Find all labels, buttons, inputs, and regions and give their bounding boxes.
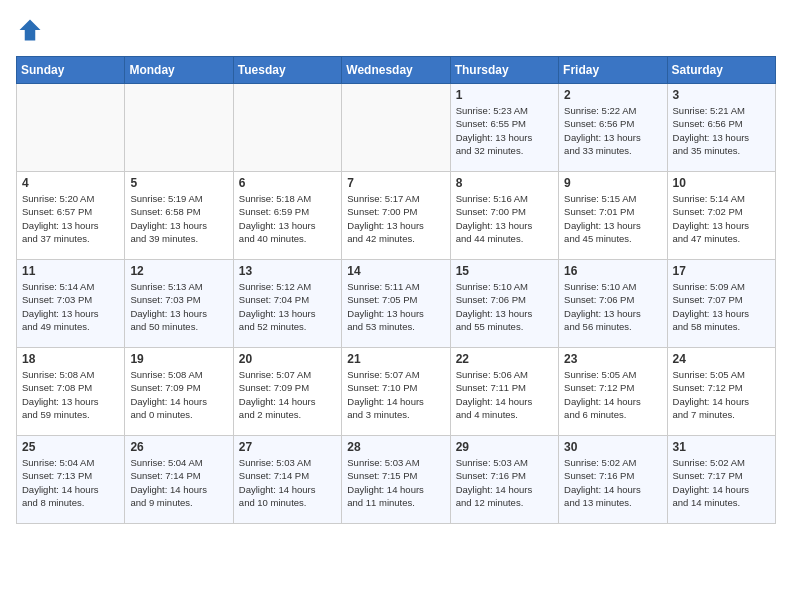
calendar-table: SundayMondayTuesdayWednesdayThursdayFrid… bbox=[16, 56, 776, 524]
calendar-cell: 10Sunrise: 5:14 AM Sunset: 7:02 PM Dayli… bbox=[667, 172, 775, 260]
calendar-cell bbox=[17, 84, 125, 172]
day-info: Sunrise: 5:08 AM Sunset: 7:08 PM Dayligh… bbox=[22, 368, 119, 421]
calendar-week-1: 1Sunrise: 5:23 AM Sunset: 6:55 PM Daylig… bbox=[17, 84, 776, 172]
day-info: Sunrise: 5:07 AM Sunset: 7:09 PM Dayligh… bbox=[239, 368, 336, 421]
day-info: Sunrise: 5:07 AM Sunset: 7:10 PM Dayligh… bbox=[347, 368, 444, 421]
day-info: Sunrise: 5:22 AM Sunset: 6:56 PM Dayligh… bbox=[564, 104, 661, 157]
day-number: 24 bbox=[673, 352, 770, 366]
day-info: Sunrise: 5:10 AM Sunset: 7:06 PM Dayligh… bbox=[564, 280, 661, 333]
day-number: 25 bbox=[22, 440, 119, 454]
calendar-week-2: 4Sunrise: 5:20 AM Sunset: 6:57 PM Daylig… bbox=[17, 172, 776, 260]
day-number: 6 bbox=[239, 176, 336, 190]
calendar-cell: 15Sunrise: 5:10 AM Sunset: 7:06 PM Dayli… bbox=[450, 260, 558, 348]
day-info: Sunrise: 5:19 AM Sunset: 6:58 PM Dayligh… bbox=[130, 192, 227, 245]
calendar-cell: 2Sunrise: 5:22 AM Sunset: 6:56 PM Daylig… bbox=[559, 84, 667, 172]
calendar-cell: 29Sunrise: 5:03 AM Sunset: 7:16 PM Dayli… bbox=[450, 436, 558, 524]
day-info: Sunrise: 5:02 AM Sunset: 7:16 PM Dayligh… bbox=[564, 456, 661, 509]
header-saturday: Saturday bbox=[667, 57, 775, 84]
day-number: 7 bbox=[347, 176, 444, 190]
calendar-cell: 23Sunrise: 5:05 AM Sunset: 7:12 PM Dayli… bbox=[559, 348, 667, 436]
svg-marker-0 bbox=[20, 20, 41, 41]
header-thursday: Thursday bbox=[450, 57, 558, 84]
calendar-header-row: SundayMondayTuesdayWednesdayThursdayFrid… bbox=[17, 57, 776, 84]
calendar-cell bbox=[342, 84, 450, 172]
day-number: 21 bbox=[347, 352, 444, 366]
calendar-cell: 17Sunrise: 5:09 AM Sunset: 7:07 PM Dayli… bbox=[667, 260, 775, 348]
day-number: 31 bbox=[673, 440, 770, 454]
day-info: Sunrise: 5:03 AM Sunset: 7:14 PM Dayligh… bbox=[239, 456, 336, 509]
day-info: Sunrise: 5:04 AM Sunset: 7:14 PM Dayligh… bbox=[130, 456, 227, 509]
calendar-cell: 19Sunrise: 5:08 AM Sunset: 7:09 PM Dayli… bbox=[125, 348, 233, 436]
day-info: Sunrise: 5:02 AM Sunset: 7:17 PM Dayligh… bbox=[673, 456, 770, 509]
day-info: Sunrise: 5:18 AM Sunset: 6:59 PM Dayligh… bbox=[239, 192, 336, 245]
logo bbox=[16, 16, 48, 44]
day-info: Sunrise: 5:23 AM Sunset: 6:55 PM Dayligh… bbox=[456, 104, 553, 157]
calendar-cell: 16Sunrise: 5:10 AM Sunset: 7:06 PM Dayli… bbox=[559, 260, 667, 348]
day-info: Sunrise: 5:03 AM Sunset: 7:15 PM Dayligh… bbox=[347, 456, 444, 509]
day-number: 5 bbox=[130, 176, 227, 190]
day-info: Sunrise: 5:03 AM Sunset: 7:16 PM Dayligh… bbox=[456, 456, 553, 509]
calendar-cell: 20Sunrise: 5:07 AM Sunset: 7:09 PM Dayli… bbox=[233, 348, 341, 436]
day-number: 8 bbox=[456, 176, 553, 190]
day-number: 9 bbox=[564, 176, 661, 190]
day-number: 23 bbox=[564, 352, 661, 366]
day-number: 15 bbox=[456, 264, 553, 278]
day-info: Sunrise: 5:10 AM Sunset: 7:06 PM Dayligh… bbox=[456, 280, 553, 333]
day-info: Sunrise: 5:13 AM Sunset: 7:03 PM Dayligh… bbox=[130, 280, 227, 333]
calendar-cell bbox=[233, 84, 341, 172]
day-info: Sunrise: 5:08 AM Sunset: 7:09 PM Dayligh… bbox=[130, 368, 227, 421]
calendar-cell: 11Sunrise: 5:14 AM Sunset: 7:03 PM Dayli… bbox=[17, 260, 125, 348]
header-sunday: Sunday bbox=[17, 57, 125, 84]
day-info: Sunrise: 5:06 AM Sunset: 7:11 PM Dayligh… bbox=[456, 368, 553, 421]
day-number: 4 bbox=[22, 176, 119, 190]
calendar-cell: 5Sunrise: 5:19 AM Sunset: 6:58 PM Daylig… bbox=[125, 172, 233, 260]
header-tuesday: Tuesday bbox=[233, 57, 341, 84]
calendar-week-5: 25Sunrise: 5:04 AM Sunset: 7:13 PM Dayli… bbox=[17, 436, 776, 524]
day-number: 11 bbox=[22, 264, 119, 278]
day-info: Sunrise: 5:09 AM Sunset: 7:07 PM Dayligh… bbox=[673, 280, 770, 333]
page-header bbox=[16, 16, 776, 44]
calendar-cell: 3Sunrise: 5:21 AM Sunset: 6:56 PM Daylig… bbox=[667, 84, 775, 172]
day-number: 13 bbox=[239, 264, 336, 278]
header-monday: Monday bbox=[125, 57, 233, 84]
calendar-cell: 14Sunrise: 5:11 AM Sunset: 7:05 PM Dayli… bbox=[342, 260, 450, 348]
calendar-cell: 26Sunrise: 5:04 AM Sunset: 7:14 PM Dayli… bbox=[125, 436, 233, 524]
day-info: Sunrise: 5:15 AM Sunset: 7:01 PM Dayligh… bbox=[564, 192, 661, 245]
logo-icon bbox=[16, 16, 44, 44]
day-info: Sunrise: 5:16 AM Sunset: 7:00 PM Dayligh… bbox=[456, 192, 553, 245]
day-number: 12 bbox=[130, 264, 227, 278]
day-number: 20 bbox=[239, 352, 336, 366]
calendar-cell: 25Sunrise: 5:04 AM Sunset: 7:13 PM Dayli… bbox=[17, 436, 125, 524]
calendar-cell: 12Sunrise: 5:13 AM Sunset: 7:03 PM Dayli… bbox=[125, 260, 233, 348]
day-number: 28 bbox=[347, 440, 444, 454]
day-number: 10 bbox=[673, 176, 770, 190]
day-info: Sunrise: 5:14 AM Sunset: 7:03 PM Dayligh… bbox=[22, 280, 119, 333]
day-number: 19 bbox=[130, 352, 227, 366]
header-friday: Friday bbox=[559, 57, 667, 84]
day-number: 18 bbox=[22, 352, 119, 366]
day-info: Sunrise: 5:21 AM Sunset: 6:56 PM Dayligh… bbox=[673, 104, 770, 157]
calendar-cell: 30Sunrise: 5:02 AM Sunset: 7:16 PM Dayli… bbox=[559, 436, 667, 524]
calendar-cell: 27Sunrise: 5:03 AM Sunset: 7:14 PM Dayli… bbox=[233, 436, 341, 524]
day-info: Sunrise: 5:14 AM Sunset: 7:02 PM Dayligh… bbox=[673, 192, 770, 245]
calendar-cell: 4Sunrise: 5:20 AM Sunset: 6:57 PM Daylig… bbox=[17, 172, 125, 260]
day-info: Sunrise: 5:05 AM Sunset: 7:12 PM Dayligh… bbox=[673, 368, 770, 421]
calendar-cell: 31Sunrise: 5:02 AM Sunset: 7:17 PM Dayli… bbox=[667, 436, 775, 524]
day-number: 27 bbox=[239, 440, 336, 454]
day-number: 2 bbox=[564, 88, 661, 102]
day-info: Sunrise: 5:04 AM Sunset: 7:13 PM Dayligh… bbox=[22, 456, 119, 509]
calendar-cell: 7Sunrise: 5:17 AM Sunset: 7:00 PM Daylig… bbox=[342, 172, 450, 260]
calendar-cell: 22Sunrise: 5:06 AM Sunset: 7:11 PM Dayli… bbox=[450, 348, 558, 436]
calendar-cell: 21Sunrise: 5:07 AM Sunset: 7:10 PM Dayli… bbox=[342, 348, 450, 436]
calendar-cell bbox=[125, 84, 233, 172]
calendar-cell: 8Sunrise: 5:16 AM Sunset: 7:00 PM Daylig… bbox=[450, 172, 558, 260]
day-info: Sunrise: 5:20 AM Sunset: 6:57 PM Dayligh… bbox=[22, 192, 119, 245]
calendar-cell: 13Sunrise: 5:12 AM Sunset: 7:04 PM Dayli… bbox=[233, 260, 341, 348]
day-number: 30 bbox=[564, 440, 661, 454]
day-number: 22 bbox=[456, 352, 553, 366]
day-number: 16 bbox=[564, 264, 661, 278]
calendar-cell: 24Sunrise: 5:05 AM Sunset: 7:12 PM Dayli… bbox=[667, 348, 775, 436]
day-info: Sunrise: 5:12 AM Sunset: 7:04 PM Dayligh… bbox=[239, 280, 336, 333]
day-info: Sunrise: 5:11 AM Sunset: 7:05 PM Dayligh… bbox=[347, 280, 444, 333]
day-number: 1 bbox=[456, 88, 553, 102]
